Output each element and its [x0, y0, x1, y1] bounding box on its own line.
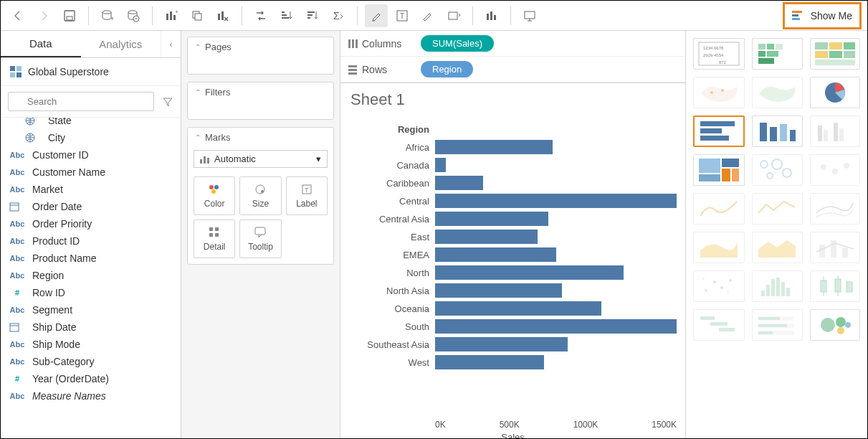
text-button[interactable]: T [391, 4, 414, 27]
field-measure-names[interactable]: AbcMeasure Names [1, 387, 181, 405]
field-customer-name[interactable]: AbcCustomer Name [1, 164, 181, 181]
rows-shelf[interactable]: Rows Region [340, 57, 685, 82]
back-button[interactable] [6, 4, 29, 27]
bar[interactable] [435, 176, 483, 190]
showme-pie[interactable] [810, 77, 861, 108]
sheet-title[interactable]: Sheet 1 [340, 83, 685, 116]
columns-shelf[interactable]: Columns SUM(Sales) [340, 31, 685, 57]
showme-packed-bubbles[interactable] [810, 309, 861, 341]
marks-label[interactable]: TLabel [286, 176, 328, 215]
showme-line-discrete[interactable] [752, 193, 803, 225]
swap-button[interactable] [249, 4, 272, 27]
showme-gantt[interactable] [693, 309, 745, 341]
sort-asc-button[interactable] [275, 4, 298, 27]
bar[interactable] [435, 230, 538, 244]
showme-histogram[interactable] [752, 270, 803, 302]
format-button[interactable] [416, 4, 439, 27]
svg-rect-86 [780, 124, 787, 141]
showme-text-table[interactable]: 1234 66782929 4554872 [693, 38, 745, 70]
marks-type-dropdown[interactable]: Automatic ▾ [194, 150, 328, 168]
duplicate-sheet-button[interactable] [186, 4, 209, 27]
totals-button[interactable]: Σ [327, 4, 350, 27]
marks-color[interactable]: Color [194, 176, 235, 215]
field-row-id[interactable]: #Row ID [1, 284, 181, 301]
showme-area-discrete[interactable] [752, 232, 803, 263]
svg-text:+: + [702, 275, 705, 282]
sort-desc-button[interactable] [301, 4, 324, 27]
showme-dual-line[interactable] [810, 193, 861, 225]
field-city[interactable]: City [1, 129, 181, 146]
presentation-button[interactable] [518, 4, 541, 27]
bar[interactable] [435, 158, 446, 172]
field-ship-mode[interactable]: AbcShip Mode [1, 336, 181, 353]
showme-heat-map[interactable] [752, 38, 803, 70]
fit-button[interactable] [442, 4, 465, 27]
showme-stacked-bar[interactable] [752, 115, 803, 147]
datasource-row[interactable]: Global Superstore [1, 58, 181, 86]
svg-point-45 [211, 189, 216, 194]
showme-filled-map[interactable] [752, 77, 803, 108]
pages-shelf[interactable]: ⌃Pages [187, 37, 334, 75]
collapse-panel-button[interactable]: ‹ [161, 31, 181, 57]
svg-point-132 [836, 317, 846, 327]
showme-dual-combination[interactable] [810, 232, 861, 263]
highlight-button[interactable] [365, 4, 388, 27]
new-datasource-button[interactable]: + [96, 4, 119, 27]
tab-data[interactable]: Data [1, 31, 81, 57]
showme-bullet[interactable] [752, 309, 803, 341]
marks-detail[interactable]: Detail [194, 220, 235, 258]
show-me-button[interactable]: Show Me [783, 2, 862, 29]
field-ship-date[interactable]: Ship Date [1, 318, 181, 336]
new-worksheet-button[interactable]: + [160, 4, 183, 27]
showme-area-continuous[interactable] [693, 232, 745, 263]
field-order-date[interactable]: Order Date [1, 198, 181, 215]
field-product-name[interactable]: AbcProduct Name [1, 250, 181, 267]
save-button[interactable] [58, 4, 81, 27]
showme-line-continuous[interactable] [693, 193, 745, 225]
filter-fields-button[interactable] [160, 94, 176, 110]
bar[interactable] [435, 319, 677, 334]
tab-analytics[interactable]: Analytics [81, 31, 161, 57]
marks-tooltip[interactable]: Tooltip [239, 220, 281, 258]
columns-pill[interactable]: SUM(Sales) [421, 35, 494, 52]
rows-pill[interactable]: Region [421, 61, 473, 77]
bar[interactable] [435, 140, 553, 154]
field-year-orderdate-[interactable]: #Year (OrderDate) [1, 370, 181, 387]
show-mark-labels-button[interactable] [480, 4, 503, 27]
bar[interactable] [435, 301, 601, 316]
showme-horizontal-bar[interactable] [693, 115, 745, 147]
bar[interactable] [435, 283, 562, 298]
bar[interactable] [435, 194, 677, 208]
filters-shelf[interactable]: ⌃Filters [187, 82, 334, 120]
svg-point-131 [821, 318, 835, 332]
marks-size[interactable]: Size [239, 176, 281, 215]
svg-point-110 [729, 279, 732, 282]
svg-rect-56 [352, 39, 354, 48]
field-sub-category[interactable]: AbcSub-Category [1, 353, 181, 370]
showme-circle-views[interactable] [752, 154, 803, 186]
bar[interactable] [435, 337, 568, 351]
showme-side-by-side-bar[interactable] [810, 115, 861, 147]
search-input[interactable] [8, 92, 154, 111]
clear-sheet-button[interactable] [211, 4, 234, 27]
bar[interactable] [435, 355, 544, 369]
bar[interactable] [435, 265, 624, 280]
field-market[interactable]: AbcMarket [1, 181, 181, 198]
field-segment[interactable]: AbcSegment [1, 301, 181, 318]
forward-button[interactable] [32, 4, 55, 27]
showme-side-by-side-circle[interactable] [810, 154, 861, 186]
field-state[interactable]: State [1, 118, 181, 129]
showme-box-plot[interactable] [810, 270, 861, 302]
bar[interactable] [435, 212, 548, 226]
field-region[interactable]: AbcRegion [1, 267, 181, 284]
bar[interactable] [435, 247, 556, 262]
field-order-priority[interactable]: AbcOrder Priority [1, 215, 181, 232]
showme-treemap[interactable] [693, 154, 745, 186]
pause-updates-button[interactable] [122, 4, 145, 27]
showme-symbol-map[interactable] [693, 77, 745, 108]
showme-highlight-table[interactable] [810, 38, 861, 70]
svg-rect-70 [758, 58, 774, 64]
field-customer-id[interactable]: AbcCustomer ID [1, 146, 181, 164]
field-product-id[interactable]: AbcProduct ID [1, 232, 181, 250]
showme-scatter[interactable]: ++ [693, 270, 745, 302]
